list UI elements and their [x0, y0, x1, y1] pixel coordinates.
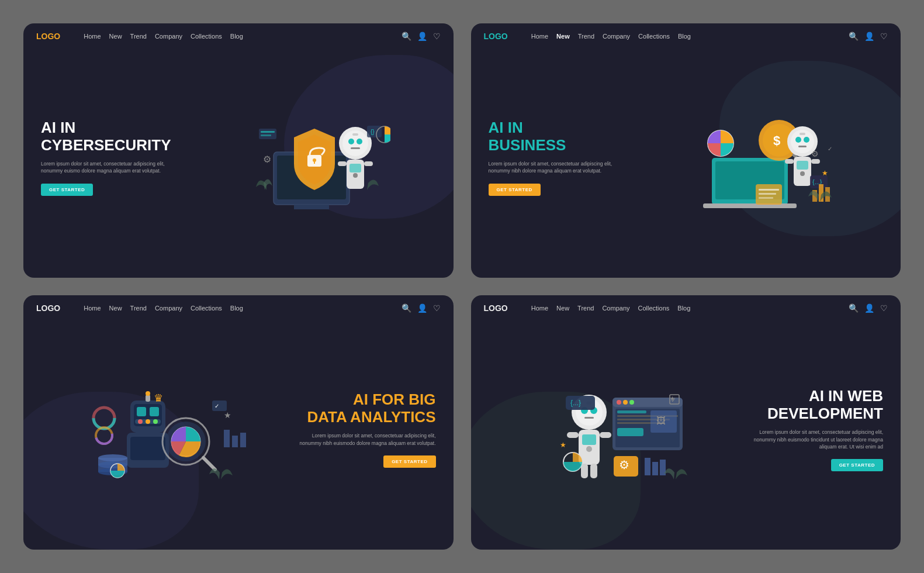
heart-icon-4[interactable]: ♡: [880, 303, 888, 313]
nav-home-1[interactable]: Home: [84, 33, 101, 40]
svg-rect-107: [617, 410, 646, 413]
title-bigdata: AI FOR BIGDATA ANALYTICS: [296, 391, 436, 426]
nav-trend-3[interactable]: Trend: [130, 305, 147, 312]
svg-rect-111: [617, 428, 643, 436]
svg-rect-41: [785, 159, 794, 164]
nav-company-3[interactable]: Company: [155, 305, 182, 312]
nav-trend-4[interactable]: Trend: [577, 305, 594, 312]
nav-new-1[interactable]: New: [109, 33, 122, 40]
logo-webdev: LOGO: [484, 303, 508, 313]
svg-webdev: 🖼 {...} ⚙ ★ ★: [531, 371, 700, 488]
svg-text:✓: ✓: [214, 403, 219, 409]
svg-point-14: [353, 173, 358, 178]
nav-trend-2[interactable]: Trend: [578, 33, 594, 40]
nav-company-1[interactable]: Company: [155, 33, 182, 40]
svg-rect-86: [232, 436, 238, 447]
search-icon-1[interactable]: 🔍: [402, 32, 411, 41]
content-business: AI INBUSINESS Lorem ipsum dolor sit amet…: [471, 49, 901, 278]
svg-rect-92: [584, 417, 594, 419]
heart-icon-3[interactable]: ♡: [433, 303, 441, 313]
nav-company-2[interactable]: Company: [603, 33, 630, 40]
user-icon-1[interactable]: 👤: [417, 32, 427, 41]
nav-icons-2: 🔍 👤 ♡: [849, 32, 888, 41]
heart-icon-2[interactable]: ♡: [880, 32, 888, 41]
nav-links-webdev: Home New Trend Company Collections Blog: [531, 305, 837, 312]
svg-line-70: [203, 458, 215, 470]
nav-collections-3[interactable]: Collections: [191, 305, 222, 312]
svg-point-103: [617, 400, 621, 405]
nav-new-3[interactable]: New: [109, 305, 122, 312]
heart-icon-1[interactable]: ♡: [433, 32, 441, 41]
nav-blog-2[interactable]: Blog: [678, 33, 691, 40]
title-webdev: AI IN WEBDEVELOPMENT: [743, 388, 883, 423]
nav-blog-3[interactable]: Blog: [230, 305, 243, 312]
nav-blog-1[interactable]: Blog: [230, 33, 243, 40]
svg-rect-99: [581, 464, 588, 478]
svg-rect-52: [759, 189, 779, 191]
nav-icons-4: 🔍 👤 ♡: [849, 303, 888, 313]
svg-rect-66: [130, 437, 165, 460]
svg-rect-16: [364, 161, 373, 166]
nav-home-3[interactable]: Home: [84, 305, 101, 312]
svg-rect-95: [582, 434, 596, 445]
svg-rect-5: [314, 161, 315, 164]
nav-collections-2[interactable]: Collections: [638, 33, 670, 40]
nav-new-2[interactable]: New: [556, 33, 570, 40]
svg-bigdata: ♛ ★ ✓: [84, 371, 253, 488]
card-webdev: LOGO Home New Trend Company Collections …: [471, 295, 901, 550]
btn-webdev[interactable]: GET STARTED: [831, 459, 883, 471]
desc-bigdata: Lorem ipsum dolor sit amet, consectetuar…: [296, 432, 436, 447]
nav-links-bigdata: Home New Trend Company Collections Blog: [84, 305, 389, 312]
nav-icons-3: 🔍 👤 ♡: [402, 303, 441, 313]
svg-point-60: [138, 419, 143, 424]
svg-rect-36: [798, 146, 807, 147]
svg-rect-15: [338, 161, 347, 166]
user-icon-4[interactable]: 👤: [864, 303, 874, 313]
nav-home-2[interactable]: Home: [531, 33, 548, 40]
nav-new-4[interactable]: New: [556, 305, 569, 312]
svg-point-35: [804, 137, 809, 143]
desc-business: Lorem ipsum dolor sit amet, consectetuar…: [489, 160, 629, 175]
nav-collections-1[interactable]: Collections: [191, 33, 222, 40]
btn-business[interactable]: GET STARTED: [489, 184, 541, 196]
logo-bigdata: LOGO: [36, 303, 60, 313]
svg-rect-97: [567, 432, 579, 438]
svg-rect-39: [797, 161, 808, 170]
btn-cybersecurity[interactable]: GET STARTED: [41, 184, 93, 196]
svg-point-105: [629, 400, 634, 405]
svg-rect-98: [600, 432, 611, 438]
svg-point-64: [146, 391, 150, 396]
svg-text:⚙: ⚙: [619, 458, 629, 471]
search-icon-2[interactable]: 🔍: [849, 32, 859, 41]
nav-home-4[interactable]: Home: [531, 305, 548, 312]
nav-company-4[interactable]: Company: [602, 305, 629, 312]
svg-text:$: $: [773, 133, 780, 148]
svg-rect-53: [759, 193, 776, 195]
svg-rect-37: [800, 133, 805, 135]
nav-bigdata: LOGO Home New Trend Company Collections …: [23, 295, 454, 321]
search-icon-4[interactable]: 🔍: [849, 303, 859, 313]
card-business: LOGO Home New Trend Company Collections …: [471, 23, 901, 278]
nav-links-business: Home New Trend Company Collections Blog: [531, 33, 837, 40]
btn-bigdata[interactable]: GET STARTED: [383, 455, 435, 468]
title-business: AI INBUSINESS: [489, 119, 629, 154]
svg-rect-87: [240, 433, 246, 447]
svg-text:✓: ✓: [828, 146, 832, 152]
svg-rect-19: [261, 134, 271, 136]
user-icon-2[interactable]: 👤: [864, 32, 874, 41]
nav-webdev: LOGO Home New Trend Company Collections …: [471, 295, 901, 321]
svg-text:{...}: {...}: [570, 399, 581, 407]
user-icon-3[interactable]: 👤: [417, 303, 427, 313]
logo-cybersecurity: LOGO: [36, 32, 60, 41]
svg-point-104: [623, 400, 628, 405]
illus-webdev: 🖼 {...} ⚙ ★ ★: [489, 371, 743, 488]
search-icon-3[interactable]: 🔍: [402, 303, 411, 313]
desc-webdev: Lorem ipsum dolor sit amet, consectetuar…: [743, 429, 883, 451]
text-area-2: AI INBUSINESS Lorem ipsum dolor sit amet…: [489, 119, 629, 196]
nav-trend-1[interactable]: Trend: [130, 33, 147, 40]
svg-point-62: [153, 419, 158, 424]
svg-rect-54: [759, 197, 773, 199]
svg-rect-13: [349, 164, 361, 172]
nav-collections-4[interactable]: Collections: [638, 305, 670, 312]
nav-blog-4[interactable]: Blog: [677, 305, 690, 312]
